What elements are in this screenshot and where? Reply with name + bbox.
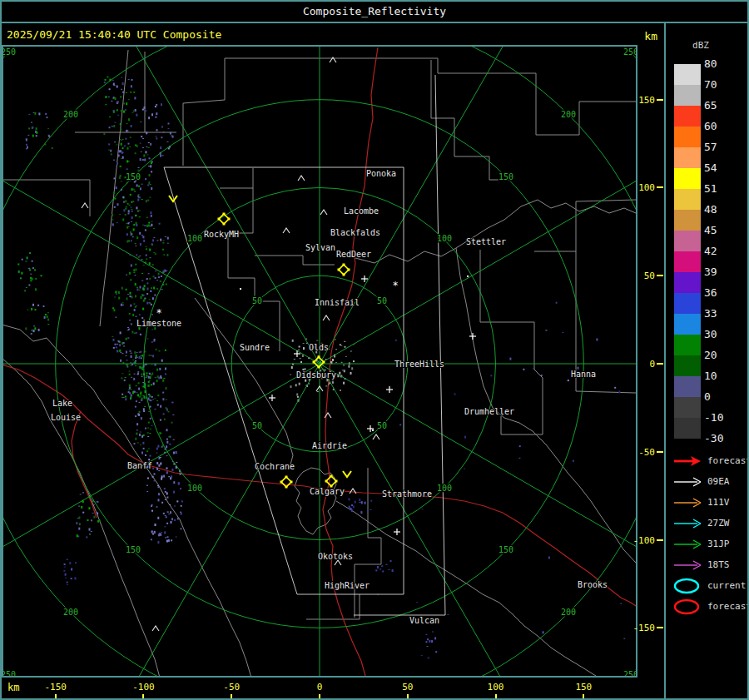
radar-echo — [92, 513, 94, 514]
radar-echo — [125, 200, 126, 202]
radar-echo — [115, 317, 117, 318]
radar-echo — [117, 102, 119, 103]
right-axis-unit: km — [644, 30, 657, 42]
radar-echo — [148, 381, 150, 383]
radar-echo — [140, 160, 141, 161]
radar-echo — [170, 511, 171, 514]
radar-echo — [125, 396, 126, 398]
city-label: Sylvan — [305, 243, 335, 252]
radar-echo — [148, 422, 150, 424]
radar-echo — [152, 355, 154, 357]
radar-echo — [365, 502, 366, 504]
radar-echo — [149, 197, 151, 198]
radar-echo — [143, 448, 145, 449]
radar-echo — [135, 295, 136, 297]
radar-echo — [171, 402, 173, 404]
radar-echo — [126, 338, 127, 340]
radar-echo — [97, 512, 98, 514]
radar-echo — [161, 137, 162, 138]
radar-echo — [144, 351, 146, 353]
radar-echo — [146, 132, 147, 134]
dbz-scale-box — [674, 293, 701, 314]
radar-echo — [141, 355, 143, 356]
radar-echo — [135, 264, 136, 266]
radar-echo — [32, 267, 34, 269]
radar-echo — [150, 165, 151, 167]
range-ring-label: 50 — [377, 296, 387, 305]
radar-echo — [131, 207, 132, 208]
radar-echo — [114, 85, 116, 86]
radar-echo — [153, 276, 155, 277]
radar-echo — [122, 139, 124, 140]
radar-echo — [141, 367, 143, 370]
radar-echo — [128, 222, 130, 223]
radar-echo — [170, 132, 171, 135]
radar-echo — [126, 102, 127, 105]
radar-echo — [165, 373, 166, 375]
radar-echo — [166, 284, 167, 285]
radar-echo — [122, 394, 123, 395]
radar-echo — [171, 521, 172, 524]
radar-echo — [124, 380, 126, 381]
radar-echo — [47, 312, 49, 313]
radar-echo — [109, 127, 111, 128]
dbz-scale-label: 33 — [704, 307, 717, 320]
dbz-scale-label: -10 — [704, 411, 723, 424]
right-axis-label: 50 — [644, 271, 655, 281]
radar-echo — [135, 246, 136, 246]
radar-echo — [148, 376, 150, 379]
scale-title: dBZ — [666, 40, 736, 51]
radar-echo — [128, 213, 130, 215]
radar-map[interactable]: 5050505010010010010015015015015020020020… — [2, 45, 637, 678]
radar-site-marker — [325, 480, 328, 483]
radar-echo — [25, 327, 27, 330]
radar-echo — [134, 391, 136, 393]
radar-echo — [37, 305, 39, 306]
radar-echo — [426, 641, 428, 643]
radar-echo — [34, 327, 36, 330]
radar-echo — [122, 353, 123, 354]
legend-arrow-icon — [672, 494, 706, 511]
radar-echo — [114, 177, 116, 179]
radar-echo — [35, 288, 37, 290]
bottom-axis-label: 150 — [563, 682, 603, 693]
radar-echo — [168, 539, 170, 542]
radar-echo — [146, 246, 147, 247]
radar-echo — [143, 434, 145, 436]
radar-echo — [136, 355, 137, 357]
dbz-scale-box — [674, 127, 701, 147]
radar-echo — [137, 371, 139, 372]
radar-echo — [38, 329, 40, 331]
radar-echo — [26, 139, 27, 140]
dbz-scale-label: 45 — [704, 224, 717, 237]
radar-echo — [151, 365, 153, 365]
radar-echo — [138, 186, 140, 187]
radar-canvas[interactable]: 5050505010010010010015015015015020020020… — [3, 47, 636, 676]
radar-echo — [148, 302, 150, 303]
dbz-scale-label: 0 — [704, 390, 711, 404]
range-ring-label: 150 — [499, 172, 513, 181]
radar-echo — [24, 290, 26, 291]
radar-echo — [426, 634, 428, 635]
radar-echo — [427, 646, 429, 647]
radar-echo — [158, 464, 160, 467]
radar-echo — [435, 651, 437, 653]
radar-echo — [136, 429, 138, 430]
radar-echo — [126, 298, 128, 300]
radar-echo — [130, 279, 131, 280]
radar-echo — [149, 249, 151, 251]
radar-echo — [115, 122, 117, 123]
radar-echo — [139, 315, 141, 315]
radar-echo — [26, 287, 27, 288]
radar-echo — [464, 436, 466, 439]
city-label: Banff — [127, 461, 152, 470]
radar-echo — [151, 342, 153, 343]
radar-echo — [139, 397, 141, 398]
radar-echo — [91, 531, 92, 532]
bottom-axis-tick — [231, 694, 232, 700]
radar-echo — [360, 511, 362, 514]
right-axis-label: 150 — [638, 94, 655, 105]
radar-echo — [490, 375, 492, 376]
radar-echo — [146, 377, 147, 378]
radar-echo — [142, 159, 144, 161]
